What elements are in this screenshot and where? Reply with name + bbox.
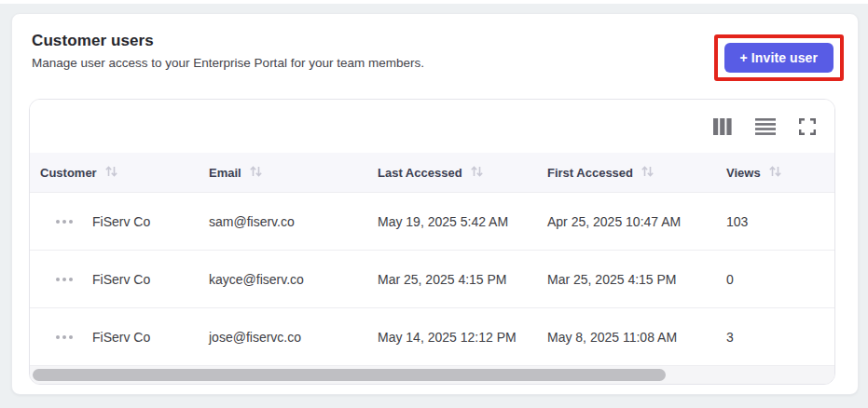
last-accessed-cell: Mar 25, 2025 4:15 PM: [378, 272, 547, 287]
page-title: Customer users: [32, 32, 424, 50]
sort-icon[interactable]: [768, 165, 782, 181]
table-row: FiServ Co kayce@fiserv.co Mar 25, 2025 4…: [30, 250, 834, 307]
header-text: Customer users Manage user access to you…: [32, 32, 424, 70]
horizontal-scrollbar[interactable]: [30, 365, 834, 384]
customer-name: FiServ Co: [92, 330, 150, 345]
column-header-customer[interactable]: Customer: [30, 165, 209, 181]
row-actions-menu-icon[interactable]: [56, 278, 73, 281]
invite-user-button[interactable]: + Invite user: [724, 43, 834, 73]
views-cell: 3: [726, 330, 834, 345]
column-header-email[interactable]: Email: [209, 165, 378, 181]
customer-name: FiServ Co: [92, 214, 150, 229]
customer-cell: FiServ Co: [30, 214, 209, 229]
card-header: Customer users Manage user access to you…: [12, 14, 858, 99]
email-cell: sam@fiserv.co: [209, 214, 378, 229]
first-accessed-cell: Apr 25, 2025 10:47 AM: [547, 214, 726, 229]
table-header-row: Customer Email Last Acce: [30, 153, 834, 192]
scrollbar-thumb[interactable]: [33, 369, 666, 381]
last-accessed-cell: May 19, 2025 5:42 AM: [378, 214, 547, 229]
column-label: Last Accessed: [378, 166, 462, 180]
table-row: FiServ Co jose@fiservc.co May 14, 2025 1…: [30, 307, 834, 365]
page-subtitle: Manage user access to your Enterprise Po…: [32, 56, 424, 70]
invite-button-highlight-box: + Invite user: [714, 34, 844, 81]
row-actions-menu-icon[interactable]: [56, 220, 73, 224]
views-cell: 103: [726, 214, 834, 229]
customer-cell: FiServ Co: [30, 330, 209, 345]
sort-icon[interactable]: [470, 165, 484, 181]
column-header-views[interactable]: Views: [726, 165, 834, 181]
customer-name: FiServ Co: [92, 272, 150, 287]
column-label: Customer: [40, 166, 97, 180]
email-cell: kayce@fiserv.co: [209, 272, 378, 287]
customer-users-card: Customer users Manage user access to you…: [11, 13, 859, 395]
columns-icon[interactable]: [711, 116, 734, 137]
column-label: Views: [726, 166, 761, 180]
sort-icon[interactable]: [249, 165, 263, 181]
row-density-icon[interactable]: [753, 116, 778, 137]
customer-cell: FiServ Co: [30, 272, 209, 287]
users-table-panel: Customer Email Last Acce: [29, 99, 835, 385]
table-toolbar: [30, 100, 834, 153]
sort-icon[interactable]: [104, 165, 118, 181]
first-accessed-cell: May 8, 2025 11:08 AM: [547, 330, 726, 345]
column-header-last-accessed[interactable]: Last Accessed: [378, 165, 547, 181]
fullscreen-icon[interactable]: [797, 116, 818, 137]
last-accessed-cell: May 14, 2025 12:12 PM: [378, 330, 547, 345]
column-label: First Accessed: [547, 166, 633, 180]
table-row: FiServ Co sam@fiserv.co May 19, 2025 5:4…: [30, 192, 834, 250]
window-edge: [0, 0, 868, 4]
column-label: Email: [209, 166, 241, 180]
column-header-first-accessed[interactable]: First Accessed: [547, 165, 726, 181]
first-accessed-cell: Mar 25, 2025 4:15 PM: [547, 272, 726, 287]
sort-icon[interactable]: [641, 165, 654, 181]
views-cell: 0: [726, 272, 834, 287]
email-cell: jose@fiservc.co: [209, 330, 378, 345]
row-actions-menu-icon[interactable]: [56, 335, 73, 339]
